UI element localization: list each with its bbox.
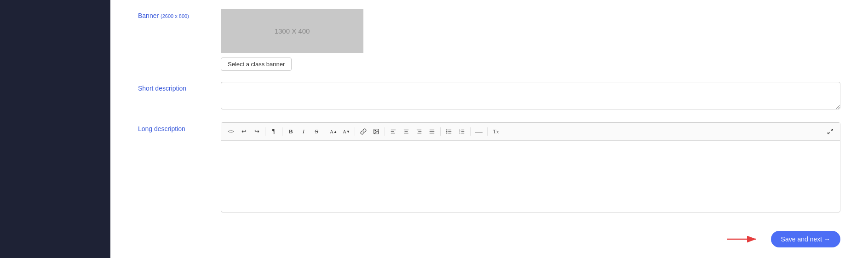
bold-button[interactable]: B xyxy=(285,126,297,138)
horizontal-rule-button[interactable]: — xyxy=(473,126,485,138)
bullet-list-button[interactable] xyxy=(443,126,455,138)
banner-row: Banner (2600 x 800) 1300 X 400 Select a … xyxy=(138,9,840,71)
redo-button[interactable]: ↪ xyxy=(251,126,263,138)
arrow-svg xyxy=(725,234,762,245)
code-button[interactable]: <> xyxy=(225,126,237,138)
long-description-field: <> ↩ ↪ ¶ B I S A▲ A▼ xyxy=(221,122,840,212)
toolbar-separator-1 xyxy=(265,127,265,136)
paragraph-button[interactable]: ¶ xyxy=(268,126,280,138)
banner-preview: 1300 X 400 xyxy=(221,9,363,53)
svg-point-18 xyxy=(447,131,447,132)
toolbar-separator-2 xyxy=(282,127,282,136)
long-description-row: Long description <> ↩ ↪ ¶ B I S xyxy=(138,122,840,212)
svg-point-19 xyxy=(447,133,447,133)
bottom-bar: Save and next → xyxy=(138,231,840,247)
toolbar-separator-6 xyxy=(440,127,441,136)
align-left-button[interactable] xyxy=(387,126,399,138)
toolbar-separator-8 xyxy=(487,127,488,136)
svg-text:3.: 3. xyxy=(459,132,460,134)
toolbar-separator-3 xyxy=(325,127,325,136)
superscript-button[interactable]: A▲ xyxy=(328,126,339,138)
link-button[interactable] xyxy=(357,126,369,138)
toolbar-separator-5 xyxy=(385,127,385,136)
sidebar xyxy=(0,0,110,258)
svg-point-1 xyxy=(375,130,376,131)
ordered-list-button[interactable]: 1.2.3. xyxy=(456,126,468,138)
align-right-button[interactable] xyxy=(413,126,425,138)
rich-text-editor: <> ↩ ↪ ¶ B I S A▲ A▼ xyxy=(221,122,840,212)
undo-button[interactable]: ↩ xyxy=(238,126,250,138)
svg-line-27 xyxy=(828,132,830,134)
align-center-button[interactable] xyxy=(400,126,412,138)
svg-point-17 xyxy=(447,130,447,130)
arrow-indicator xyxy=(725,234,762,245)
editor-toolbar: <> ↩ ↪ ¶ B I S A▲ A▼ xyxy=(221,123,840,141)
subscript-button[interactable]: A▼ xyxy=(340,126,352,138)
toolbar-separator-7 xyxy=(470,127,471,136)
italic-button[interactable]: I xyxy=(298,126,310,138)
long-description-editor[interactable] xyxy=(221,141,840,212)
banner-label: Banner (2600 x 800) xyxy=(138,9,212,19)
select-banner-button[interactable]: Select a class banner xyxy=(221,57,292,71)
short-description-field xyxy=(221,82,840,111)
short-description-row: Short description xyxy=(138,82,840,111)
banner-field: 1300 X 400 Select a class banner xyxy=(221,9,840,71)
justify-button[interactable] xyxy=(426,126,438,138)
image-button[interactable] xyxy=(370,126,382,138)
save-next-button[interactable]: Save and next → xyxy=(771,231,840,247)
short-description-textarea[interactable] xyxy=(221,82,840,109)
svg-line-26 xyxy=(831,129,833,131)
fullscreen-button[interactable] xyxy=(824,126,836,138)
strikethrough-button[interactable]: S xyxy=(310,126,322,138)
main-content: Banner (2600 x 800) 1300 X 400 Select a … xyxy=(110,0,868,258)
short-description-label: Short description xyxy=(138,82,212,92)
toolbar-separator-4 xyxy=(355,127,355,136)
clear-format-button[interactable]: Tx xyxy=(490,126,502,138)
form-section: Banner (2600 x 800) 1300 X 400 Select a … xyxy=(138,9,840,247)
long-description-label: Long description xyxy=(138,122,212,132)
